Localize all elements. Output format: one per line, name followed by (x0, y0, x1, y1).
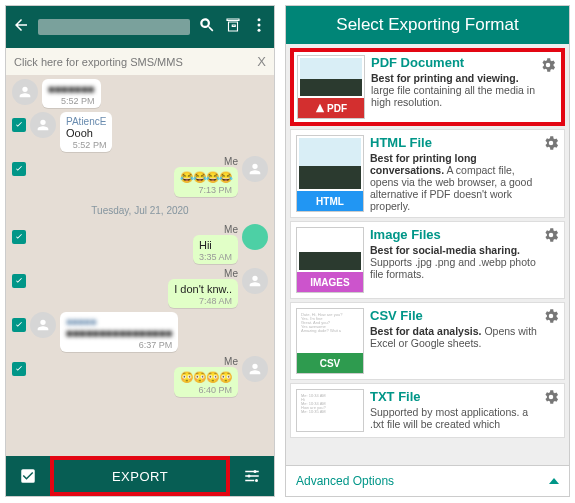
settings-icon[interactable] (230, 456, 274, 496)
avatar (242, 224, 268, 250)
format-strong: Best for social-media sharing. (370, 244, 520, 256)
format-title: CSV File (370, 308, 539, 323)
export-banner[interactable]: Click here for exporting SMS/MMS X (6, 48, 274, 75)
date-separator: Tuesday, Jul 21, 2020 (12, 201, 268, 220)
format-title: PDF Document (371, 55, 538, 70)
me-label: Me (193, 224, 238, 235)
thumb-txt: Me: 10:34 AMHiMe: 10:34 AMHow are you?Me… (296, 389, 364, 432)
svg-point-0 (258, 18, 261, 21)
message-bubble: I don't knw.. 7:48 AM (168, 279, 238, 308)
format-item-pdf[interactable]: PDF PDF Document Best for printing and v… (290, 48, 565, 126)
message-bubble: 😂😂😂😂 7:13 PM (174, 167, 238, 197)
avatar (242, 156, 268, 182)
chevron-up-icon (549, 478, 559, 484)
svg-point-5 (254, 470, 257, 473)
select-all-icon[interactable] (6, 456, 50, 496)
chat-screen: Click here for exporting SMS/MMS X ■■■■■… (5, 5, 275, 497)
message-bubble: Hii 3:35 AM (193, 235, 238, 264)
format-rest: Supports .jpg .png and .webp photo file … (370, 256, 536, 280)
format-title: Image Files (370, 227, 539, 242)
message-bubble: ■■■■■■■ 5:52 PM (42, 79, 101, 108)
format-body: TXT File Supported by most applications.… (370, 389, 559, 432)
message-time: 6:37 PM (66, 340, 172, 350)
format-strong: Best for data analysis. (370, 325, 481, 337)
format-rest: Supported by most applications. a .txt f… (370, 406, 528, 430)
format-screen: Select Exporting Format PDF PDF Document… (285, 5, 570, 497)
chat-header (6, 6, 274, 48)
message-time: 7:13 PM (180, 185, 232, 195)
gear-icon[interactable] (542, 307, 560, 325)
message-body: 😳😳😳😳 (180, 371, 232, 384)
format-item-html[interactable]: HTML HTML File Best for printing long co… (290, 129, 565, 218)
back-icon[interactable] (12, 16, 30, 38)
format-body: HTML File Best for printing long convers… (370, 135, 559, 212)
tag-label: IMAGES (310, 277, 349, 288)
message-body: I don't knw.. (174, 283, 232, 295)
me-label: Me (174, 156, 238, 167)
message-row[interactable]: Me 😳😳😳😳 6:40 PM (12, 356, 268, 397)
select-checkbox[interactable] (12, 274, 26, 288)
message-row[interactable]: ■■■■■■■ 5:52 PM (12, 79, 268, 108)
advanced-options[interactable]: Advanced Options (286, 465, 569, 496)
svg-point-2 (258, 29, 261, 32)
thumb-csv: Date, Hi, How are you?Yes. I'm fineGreat… (296, 308, 364, 374)
gear-icon[interactable] (542, 134, 560, 152)
banner-text: Click here for exporting SMS/MMS (14, 56, 183, 68)
close-icon[interactable]: X (257, 54, 266, 69)
message-row[interactable]: PAtiencE Oooh 5:52 PM (12, 112, 268, 152)
format-list: PDF PDF Document Best for printing and v… (286, 44, 569, 465)
message-bubble: PAtiencE Oooh 5:52 PM (60, 112, 112, 152)
format-item-images[interactable]: IMAGES Image Files Best for social-media… (290, 221, 565, 299)
tag-label: PDF (327, 103, 347, 114)
thumb-pdf: PDF (297, 55, 365, 119)
avatar (242, 268, 268, 294)
message-body: Oooh (66, 127, 106, 139)
gear-icon[interactable] (542, 388, 560, 406)
format-body: Image Files Best for social-media sharin… (370, 227, 559, 293)
select-checkbox[interactable] (12, 318, 26, 332)
message-time: 3:35 AM (199, 252, 232, 262)
format-title: HTML File (370, 135, 539, 150)
message-row[interactable]: Me I don't knw.. 7:48 AM (12, 268, 268, 308)
format-item-txt[interactable]: Me: 10:34 AMHiMe: 10:34 AMHow are you?Me… (290, 383, 565, 438)
format-item-csv[interactable]: Date, Hi, How are you?Yes. I'm fineGreat… (290, 302, 565, 380)
select-checkbox[interactable] (12, 362, 26, 376)
svg-point-1 (258, 24, 261, 27)
chat-title-blurred (38, 19, 190, 35)
message-row[interactable]: ■■■■■ ■■■■■■■■■■■■■■■■ 6:37 PM (12, 312, 268, 352)
message-sender: PAtiencE (66, 116, 106, 127)
archive-icon[interactable] (224, 16, 242, 38)
format-header: Select Exporting Format (286, 6, 569, 44)
message-sender-blurred: ■■■■■ (66, 316, 172, 327)
svg-point-4 (248, 475, 251, 478)
select-checkbox[interactable] (12, 118, 26, 132)
message-body-blurred: ■■■■■■■■■■■■■■■■ (66, 327, 172, 339)
tag-label: HTML (316, 196, 344, 207)
message-row[interactable]: Me Hii 3:35 AM (12, 224, 268, 264)
select-checkbox[interactable] (12, 162, 26, 176)
format-body: PDF Document Best for printing and viewi… (371, 55, 558, 119)
search-icon[interactable] (198, 16, 216, 38)
message-time: 6:40 PM (180, 385, 232, 395)
svg-point-3 (255, 479, 258, 482)
bottom-toolbar: EXPORT (6, 456, 274, 496)
export-button[interactable]: EXPORT (50, 456, 230, 496)
avatar (12, 79, 38, 105)
format-title: TXT File (370, 389, 539, 404)
gear-icon[interactable] (542, 226, 560, 244)
gear-icon[interactable] (539, 56, 557, 74)
me-label: Me (174, 356, 238, 367)
avatar (242, 356, 268, 382)
more-icon[interactable] (250, 16, 268, 38)
message-body: Hii (199, 239, 232, 251)
advanced-label: Advanced Options (296, 474, 394, 488)
thumb-html: HTML (296, 135, 364, 212)
format-rest: large file containing all the media in h… (371, 84, 535, 108)
message-row[interactable]: Me 😂😂😂😂 7:13 PM (12, 156, 268, 197)
select-checkbox[interactable] (12, 230, 26, 244)
chat-body: ■■■■■■■ 5:52 PM PAtiencE Oooh 5:52 PM Me… (6, 75, 274, 456)
message-body: 😂😂😂😂 (180, 171, 232, 184)
message-bubble: 😳😳😳😳 6:40 PM (174, 367, 238, 397)
message-time: 5:52 PM (66, 140, 106, 150)
tag-label: CSV (320, 358, 341, 369)
